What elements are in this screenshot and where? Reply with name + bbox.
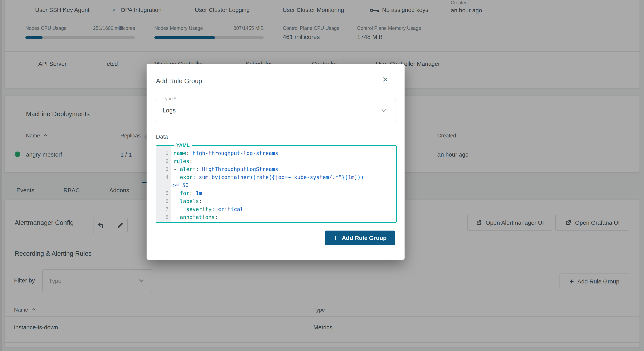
code-punct: : [215,214,218,220]
rule-type-select-label: Type * [160,96,178,102]
line-number: 1 [156,149,168,157]
code-line: 3- alert: HighThroughputLogStreams [156,165,396,173]
code-line: 4 expr: sum by(container)(rate({job=~"ku… [156,173,396,181]
chevron-down-icon [382,108,386,112]
code-value: critical [218,206,243,212]
dialog-add-rule-group-button[interactable]: + Add Rule Group [325,230,395,245]
line-number: 3 [156,165,168,173]
code-punct: - [174,166,180,172]
rule-type-select-value: Logs [162,107,176,114]
code-punct: : [192,174,199,180]
code-punct: : [189,158,192,164]
code-punct [174,174,180,180]
line-number: 5 [156,189,168,197]
dialog-title: Add Rule Group [156,77,202,85]
code-punct [174,190,180,196]
code-line: 8 annotations: [156,213,396,221]
code-line: 5 for: 1m [156,189,396,197]
code-punct: : [199,198,202,204]
line-number: 7 [156,205,168,213]
code-punct: : [212,206,218,212]
code-value: HighThroughputLogStreams [202,166,278,172]
cluster-detail-page: User SSH Key Agent × OPA Integration Use… [0,0,644,351]
data-section-label: Data [156,134,168,140]
code-line: 6 labels: [156,197,396,205]
code-punct [174,206,186,212]
dialog-add-rule-group-label: Add Rule Group [342,235,386,241]
code-key: annotations [180,214,215,220]
code-key: severity [186,206,212,212]
code-key: alert [180,166,196,172]
code-punct [174,198,180,204]
code-key: expr [180,174,192,180]
editor-language-legend: YAML [174,142,192,148]
yaml-code: 1name: high-throughput-log-streams 2rule… [156,149,396,221]
code-key: rules [174,158,189,164]
code-value: 1m [196,190,202,196]
code-line-wrap: >= 50 [156,181,396,189]
code-punct: : [189,190,196,196]
code-punct: : [186,150,192,156]
code-key: name [174,150,186,156]
line-number: 4 [156,173,168,181]
line-number: 6 [156,197,168,205]
yaml-editor-area: 1name: high-throughput-log-streams 2rule… [156,146,396,222]
code-punct: : [196,166,202,172]
code-line: 7 severity: critical [156,205,396,213]
close-icon[interactable]: × [380,74,391,85]
add-rule-group-dialog: Add Rule Group × Type * Logs Data 1name:… [146,64,404,260]
code-line: 1name: high-throughput-log-streams [156,149,396,157]
line-number: 8 [156,213,168,221]
code-value: sum by(container)(rate({job=~"kube-syste… [199,174,364,180]
code-key: for [180,190,190,196]
code-key: labels [180,198,199,204]
code-value: >= 50 [173,182,188,188]
rule-type-select[interactable]: Type * Logs [156,99,396,122]
code-line: 2rules: [156,157,396,165]
plus-icon: + [333,234,338,242]
yaml-code-editor[interactable]: 1name: high-throughput-log-streams 2rule… [156,145,397,223]
line-number: 2 [156,157,168,165]
code-punct [174,214,180,220]
code-value: high-throughput-log-streams [192,150,278,156]
